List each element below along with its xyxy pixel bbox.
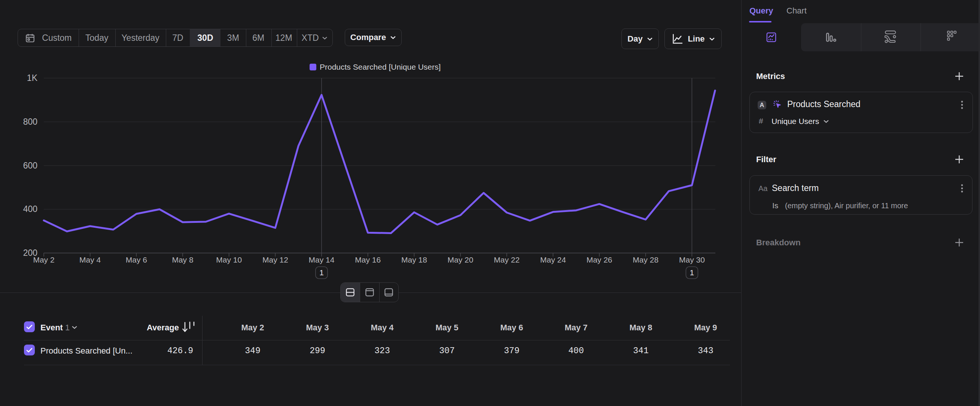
- svg-text:May 26: May 26: [587, 255, 612, 264]
- svg-text:May 16: May 16: [355, 255, 381, 264]
- svg-text:May 12: May 12: [262, 255, 288, 264]
- svg-text:600: 600: [23, 161, 37, 170]
- svg-text:May 4: May 4: [80, 255, 101, 264]
- svg-text:May 30: May 30: [679, 255, 705, 264]
- svg-text:400: 400: [23, 204, 37, 214]
- svg-text:May 10: May 10: [216, 255, 242, 264]
- svg-text:May 2: May 2: [33, 255, 54, 264]
- svg-text:1: 1: [319, 268, 324, 277]
- svg-text:1K: 1K: [27, 73, 38, 83]
- svg-text:May 22: May 22: [494, 255, 520, 264]
- svg-text:May 24: May 24: [540, 255, 566, 264]
- svg-text:May 28: May 28: [633, 255, 659, 264]
- svg-text:May 8: May 8: [172, 255, 193, 264]
- svg-text:May 14: May 14: [309, 255, 335, 264]
- svg-text:May 20: May 20: [448, 255, 474, 264]
- svg-text:May 18: May 18: [401, 255, 427, 264]
- svg-text:May 6: May 6: [126, 255, 147, 264]
- svg-text:1: 1: [690, 268, 694, 277]
- svg-text:800: 800: [23, 117, 37, 127]
